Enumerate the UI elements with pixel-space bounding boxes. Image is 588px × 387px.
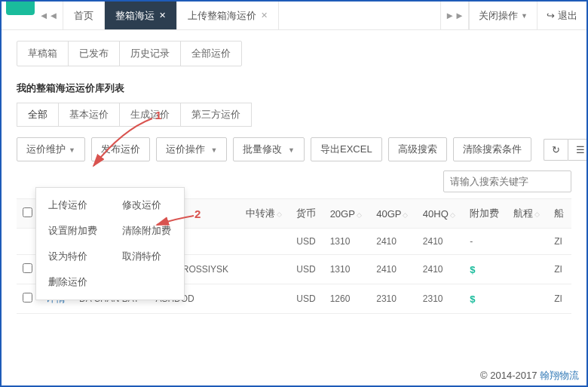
tab-home[interactable]: 首页 bbox=[63, 2, 105, 29]
tab-all-rates[interactable]: 全部运价 bbox=[181, 41, 241, 66]
tab-history[interactable]: 历史记录 bbox=[120, 41, 181, 66]
export-excel-button[interactable]: 导出EXCEL bbox=[311, 137, 382, 161]
select-all-checkbox[interactable] bbox=[23, 207, 32, 217]
row-checkbox[interactable] bbox=[23, 293, 32, 303]
rate-type-tabs: 全部 基本运价 生成运价 第三方运价 bbox=[17, 103, 252, 127]
publish-rate-button[interactable]: 发布运价 bbox=[91, 137, 150, 161]
footer: © 2014-2017 翰翔物流 bbox=[480, 369, 579, 382]
footer-link[interactable]: 翰翔物流 bbox=[540, 370, 579, 381]
surcharge-icon[interactable]: $ bbox=[470, 264, 475, 275]
subtab-all[interactable]: 全部 bbox=[17, 103, 59, 126]
maintain-dropdown-menu: 上传运价 修改运价 设置附加费 清除附加费 设为特价 取消特价 删除运价 bbox=[35, 187, 185, 300]
menu-clear-surcharge[interactable]: 清除附加费 bbox=[110, 218, 184, 244]
status-tabs: 草稿箱 已发布 历史记录 全部运价 bbox=[17, 41, 242, 66]
clear-search-button[interactable]: 清除搜索条件 bbox=[453, 137, 531, 161]
menu-upload-rate[interactable]: 上传运价 bbox=[36, 192, 110, 218]
refresh-icon: ↻ bbox=[552, 144, 560, 155]
tab-fcl-sea[interactable]: 整箱海运✕ bbox=[105, 2, 177, 29]
refresh-button[interactable]: ↻ bbox=[544, 139, 568, 161]
nav-prev-button[interactable]: ◄◄ bbox=[35, 2, 63, 29]
close-icon[interactable]: ✕ bbox=[159, 11, 166, 20]
menu-set-surcharge[interactable]: 设置附加费 bbox=[36, 218, 110, 244]
menu-cancel-special[interactable]: 取消特价 bbox=[110, 244, 184, 269]
row-checkbox[interactable] bbox=[23, 263, 32, 273]
brand-tab bbox=[6, 2, 35, 15]
close-icon[interactable]: ✕ bbox=[261, 11, 268, 20]
menu-delete-rate[interactable]: 删除运价 bbox=[36, 269, 111, 295]
section-title: 我的整箱海运运价库列表 bbox=[17, 81, 571, 95]
logout-icon: ↪ bbox=[547, 10, 555, 21]
menu-modify-rate[interactable]: 修改运价 bbox=[110, 192, 184, 218]
search-input[interactable] bbox=[443, 170, 571, 192]
advanced-search-button[interactable]: 高级搜索 bbox=[388, 137, 447, 161]
columns-dropdown[interactable]: ☰▼ bbox=[568, 139, 588, 161]
logout-button[interactable]: ↪退出 bbox=[537, 2, 586, 29]
menu-set-special[interactable]: 设为特价 bbox=[36, 244, 110, 269]
maintain-rate-dropdown[interactable]: 运价维护▼ bbox=[17, 137, 85, 161]
tab-upload-fcl[interactable]: 上传整箱海运价✕ bbox=[177, 2, 279, 29]
list-icon: ☰ bbox=[576, 144, 585, 155]
rate-operate-dropdown[interactable]: 运价操作 ▼ bbox=[156, 137, 228, 161]
tab-published[interactable]: 已发布 bbox=[69, 41, 120, 66]
subtab-generated[interactable]: 生成运价 bbox=[120, 103, 181, 126]
surcharge-icon[interactable]: $ bbox=[470, 293, 475, 305]
batch-modify-dropdown[interactable]: 批量修改 ▼ bbox=[233, 137, 305, 161]
subtab-basic[interactable]: 基本运价 bbox=[59, 103, 120, 126]
tab-draft[interactable]: 草稿箱 bbox=[17, 41, 69, 66]
subtab-thirdparty[interactable]: 第三方运价 bbox=[181, 103, 251, 126]
nav-next-button[interactable]: ►► bbox=[440, 2, 469, 29]
close-ops-dropdown[interactable]: 关闭操作▼ bbox=[469, 2, 537, 29]
